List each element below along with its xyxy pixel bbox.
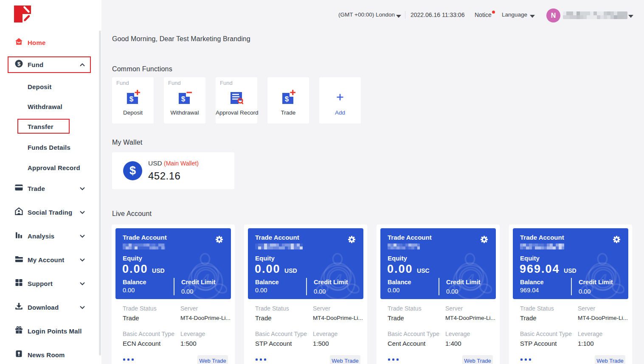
- svg-text:$: $: [181, 95, 186, 103]
- svg-text:$: $: [129, 95, 134, 103]
- svg-text:$: $: [285, 95, 289, 103]
- svg-text:$: $: [17, 61, 21, 67]
